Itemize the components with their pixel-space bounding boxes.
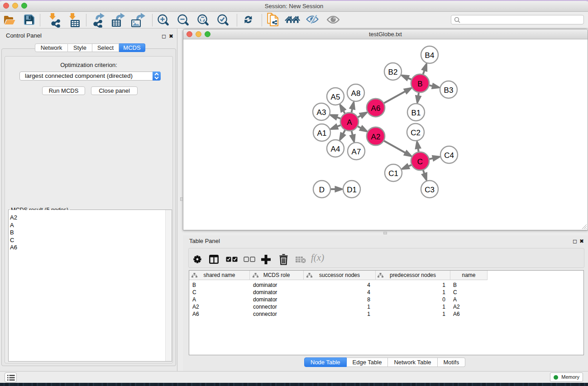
svg-text:A7: A7	[352, 148, 361, 156]
svg-text:A4: A4	[331, 145, 340, 153]
svg-text:C2: C2	[411, 129, 421, 137]
svg-text:D: D	[319, 186, 325, 194]
svg-text:A8: A8	[351, 89, 361, 98]
svg-text:A1: A1	[317, 129, 327, 138]
svg-text:C4: C4	[444, 151, 454, 160]
svg-text:A: A	[347, 118, 352, 127]
svg-text:A2: A2	[371, 133, 381, 141]
svg-text:B4: B4	[425, 51, 435, 60]
svg-text:B1: B1	[411, 109, 421, 117]
svg-text:A3: A3	[317, 108, 326, 117]
svg-text:B: B	[417, 80, 422, 88]
svg-text:B2: B2	[388, 68, 398, 76]
svg-text:C1: C1	[388, 169, 398, 178]
svg-text:D1: D1	[347, 186, 357, 194]
svg-text:C3: C3	[425, 186, 435, 194]
svg-text:A6: A6	[371, 104, 381, 113]
svg-text:C: C	[417, 157, 423, 166]
svg-text:A5: A5	[331, 93, 340, 101]
svg-text:B3: B3	[444, 86, 454, 95]
